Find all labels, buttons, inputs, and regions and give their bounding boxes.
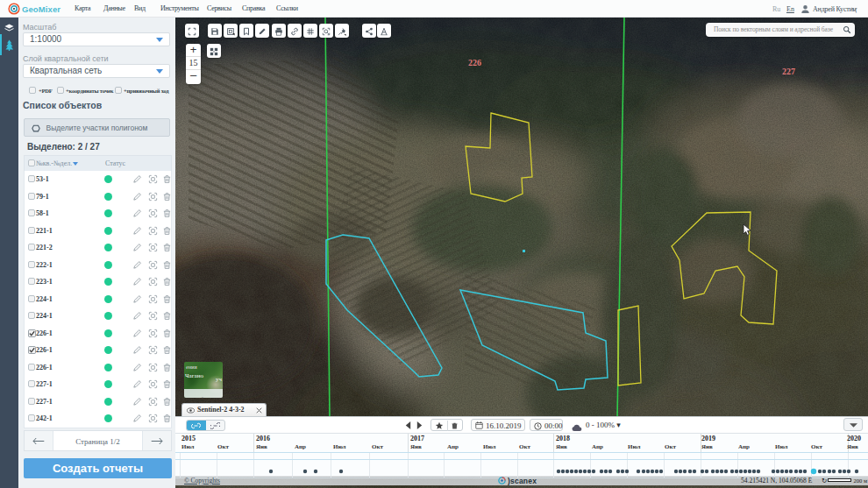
svg-text:227: 227	[782, 67, 795, 76]
svg-text:226: 226	[468, 58, 481, 67]
